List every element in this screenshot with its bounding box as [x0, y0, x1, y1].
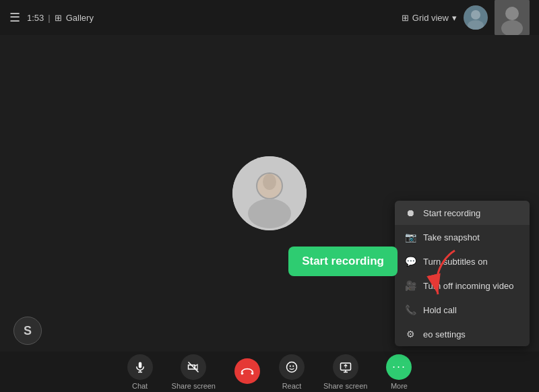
- menu-label-take-snapshot: Take snapshot: [423, 232, 480, 242]
- video-svg: [187, 361, 199, 373]
- grid-view-label: Grid view: [412, 13, 449, 23]
- call-time: 1:53: [27, 13, 44, 23]
- center-participant-avatar: [232, 156, 307, 230]
- more-button[interactable]: ··· More: [386, 354, 412, 390]
- avatar-svg: [464, 5, 488, 30]
- record-icon: ⏺: [404, 207, 416, 218]
- svg-rect-16: [241, 372, 244, 375]
- settings-icon: ⚙: [404, 329, 416, 339]
- svg-rect-17: [251, 372, 254, 375]
- remote-avatar-small: [495, 0, 530, 35]
- react-button[interactable]: React: [279, 354, 305, 390]
- video-label: Share screen: [172, 382, 216, 390]
- menu-item-start-recording[interactable]: ⏺ Start recording: [395, 201, 530, 225]
- s-participant-avatar: S: [13, 317, 42, 345]
- participant-avatar-svg: [232, 156, 307, 230]
- chevron-down-icon: ▾: [452, 13, 457, 23]
- menu-label-hold-call: Hold call: [423, 305, 457, 315]
- call-info: 1:53 | ⊞ Gallery: [27, 13, 94, 23]
- more-dots: ···: [392, 360, 406, 374]
- start-recording-callout: Start recording: [288, 247, 398, 276]
- share-label: Share screen: [323, 382, 367, 390]
- svg-point-20: [292, 365, 294, 366]
- video-icon-btn: [181, 354, 206, 380]
- svg-point-1: [471, 10, 480, 20]
- menu-item-video-settings[interactable]: ⚙ eo settings: [395, 322, 530, 346]
- svg-point-19: [290, 365, 291, 366]
- top-bar-right: ⊞ Grid view ▾: [402, 0, 530, 35]
- gallery-label: Gallery: [66, 13, 94, 23]
- s-label: S: [24, 324, 32, 338]
- video-button[interactable]: Share screen: [172, 354, 216, 390]
- gallery-icon: ⊞: [55, 13, 62, 23]
- end-call-button[interactable]: [234, 358, 260, 386]
- svg-point-8: [248, 199, 291, 228]
- microphone-svg: [134, 361, 146, 373]
- share-svg: [340, 361, 352, 373]
- share-screen-button[interactable]: Share screen: [323, 354, 367, 390]
- start-recording-text: Start recording: [302, 255, 384, 267]
- svg-point-4: [505, 7, 519, 20]
- end-call-icon: [234, 358, 260, 384]
- svg-line-15: [189, 362, 199, 372]
- grid-view-button[interactable]: ⊞ Grid view ▾: [402, 13, 457, 23]
- mic-icon: [127, 354, 153, 380]
- react-label: React: [282, 382, 302, 390]
- mic-button[interactable]: Chat: [127, 354, 153, 390]
- user-avatar: [464, 5, 488, 30]
- svg-point-10: [263, 174, 276, 190]
- grid-icon: ⊞: [402, 13, 409, 23]
- more-icon: ···: [386, 354, 412, 380]
- remote-avatar-svg: [495, 0, 530, 35]
- end-call-svg: [241, 367, 254, 375]
- top-bar-left: ☰ 1:53 | ⊞ Gallery: [9, 10, 94, 25]
- hamburger-icon[interactable]: ☰: [9, 10, 20, 25]
- red-arrow-svg: [418, 244, 472, 304]
- bottom-toolbar: Chat Share screen: [0, 352, 539, 392]
- arrow-indicator: [418, 244, 472, 304]
- video-icon: 🎥: [404, 280, 416, 291]
- hold-icon: 📞: [404, 304, 416, 315]
- menu-label-start-recording: Start recording: [423, 208, 480, 218]
- react-icon: [279, 354, 305, 380]
- separator: |: [48, 13, 50, 23]
- react-svg: [286, 361, 298, 373]
- share-icon: [333, 354, 358, 380]
- menu-label-video-settings: eo settings: [423, 329, 466, 339]
- top-bar: ☰ 1:53 | ⊞ Gallery ⊞ Grid view ▾: [0, 0, 539, 35]
- snapshot-icon: 📷: [404, 232, 416, 242]
- mic-label: Chat: [132, 382, 148, 390]
- subtitles-icon: 💬: [404, 256, 416, 267]
- svg-rect-12: [138, 362, 141, 368]
- svg-point-18: [287, 362, 297, 372]
- more-label: More: [391, 382, 408, 390]
